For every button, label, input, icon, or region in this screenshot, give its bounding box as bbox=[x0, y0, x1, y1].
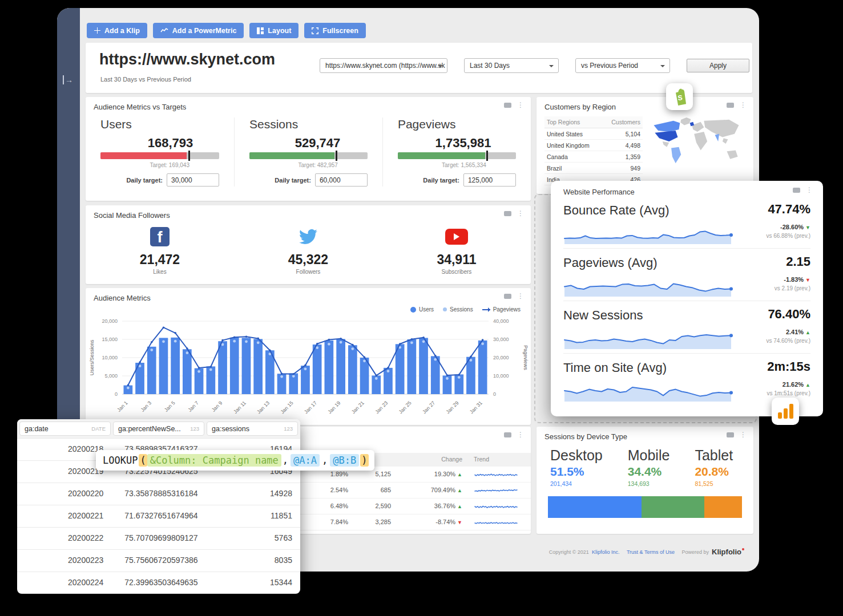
svg-text:Jan 23: Jan 23 bbox=[374, 400, 389, 415]
target-label: Target: 169,043 bbox=[100, 162, 219, 168]
kebab-menu-icon[interactable]: ⋮ bbox=[517, 211, 524, 216]
table-row: 2020022472.3996350364963515344 bbox=[17, 572, 300, 594]
shopify-badge: S bbox=[666, 83, 693, 110]
kebab-menu-icon[interactable]: ⋮ bbox=[740, 432, 747, 437]
svg-text:Jan 3: Jan 3 bbox=[140, 400, 153, 413]
copyright-text: Copyright © 2021 bbox=[549, 549, 589, 555]
svg-text:Jan 11: Jan 11 bbox=[232, 400, 247, 415]
comment-icon[interactable] bbox=[793, 188, 800, 193]
kpi-previous: vs 74.60% (prev.) bbox=[766, 338, 810, 344]
region-row: Canada1,359 bbox=[544, 151, 643, 163]
fullscreen-label: Fullscreen bbox=[322, 27, 358, 35]
svg-text:10,000: 10,000 bbox=[493, 373, 509, 379]
add-powermetric-label: Add a PowerMetric bbox=[172, 27, 237, 35]
change-direction-icon: ▼ bbox=[805, 277, 810, 283]
facebook-label: Likes bbox=[86, 269, 234, 275]
terms-link[interactable]: Trust & Terms of Use bbox=[627, 549, 675, 555]
column-ga-percentnewsessions[interactable]: ga:percentNewSe... 123 bbox=[113, 422, 204, 436]
column-type-badge: DATE bbox=[91, 425, 106, 432]
kebab-menu-icon[interactable]: ⋮ bbox=[517, 432, 524, 437]
kebab-menu-icon[interactable]: ⋮ bbox=[517, 103, 524, 108]
comment-icon[interactable] bbox=[727, 432, 734, 437]
column-ga-sessions[interactable]: ga:sessions 123 bbox=[207, 422, 298, 436]
dashboard-screenshot: → Add a Klip Add a PowerMetric Layout Fu… bbox=[0, 0, 843, 616]
users-legend-marker bbox=[410, 307, 416, 313]
twitter-stat: 45,322 Followers bbox=[234, 225, 382, 275]
analytics-bars-icon bbox=[778, 404, 793, 419]
comment-icon[interactable] bbox=[504, 294, 511, 299]
target-progress-bar bbox=[100, 152, 219, 159]
change-direction-icon: ▼ bbox=[457, 520, 462, 525]
metric-pageviews: Pageviews 1,735,981 Target: 1,565,334 Da… bbox=[382, 117, 531, 187]
metric-sessions: Sessions 529,747 Target: 482,957 Daily t… bbox=[234, 117, 382, 187]
region-row: Brazil949 bbox=[544, 163, 643, 174]
fullscreen-icon bbox=[312, 27, 318, 34]
table-row: 2020022275.707096998091275763 bbox=[17, 527, 300, 549]
comment-icon[interactable] bbox=[727, 103, 734, 108]
svg-text:Jan 17: Jan 17 bbox=[303, 400, 318, 415]
powered-by-text: Powered by bbox=[681, 549, 709, 555]
klipfolio-logo: Klipfolio bbox=[712, 548, 744, 556]
metric-users: Users 168,793 Target: 169,043 Daily targ… bbox=[86, 117, 234, 187]
daily-target-input[interactable] bbox=[315, 173, 368, 187]
mobile-stat: Mobile 34.4% 134,693 bbox=[628, 447, 670, 487]
column-type-badge: 123 bbox=[284, 425, 293, 432]
add-klip-button[interactable]: Add a Klip bbox=[87, 23, 147, 38]
regions-table: Top Regions Customers United States5,104… bbox=[544, 116, 643, 185]
trend-sparkline bbox=[474, 517, 521, 528]
svg-text:Jan 21: Jan 21 bbox=[350, 400, 365, 415]
customers-table-body: United States5,104United Kingdom4,498Can… bbox=[544, 128, 643, 185]
svg-text:Jan 25: Jan 25 bbox=[398, 400, 413, 415]
device-bar-seg-2 bbox=[704, 496, 742, 518]
daily-target-label: Daily target: bbox=[423, 177, 459, 184]
tablet-count: 81,525 bbox=[695, 480, 733, 487]
tablet-label: Tablet bbox=[695, 447, 733, 464]
kebab-menu-icon[interactable]: ⋮ bbox=[806, 188, 813, 193]
table-row: 2020022073.3587888531618414928 bbox=[17, 483, 300, 505]
data-table-header: ga:date DATE ga:percentNewSe... 123 ga:s… bbox=[17, 419, 300, 438]
kebab-menu-icon[interactable]: ⋮ bbox=[740, 103, 747, 108]
column-ga-date[interactable]: ga:date DATE bbox=[19, 422, 111, 436]
formula-token: @B:B bbox=[330, 454, 359, 467]
comment-icon[interactable] bbox=[504, 103, 511, 108]
col-change: Change bbox=[400, 456, 462, 463]
svg-text:Jan 15: Jan 15 bbox=[280, 400, 295, 415]
svg-text:20,000: 20,000 bbox=[102, 318, 118, 324]
comment-icon[interactable] bbox=[504, 432, 511, 437]
apply-button[interactable]: Apply bbox=[687, 59, 749, 72]
svg-text:30,000: 30,000 bbox=[493, 337, 509, 342]
daily-target-input[interactable] bbox=[463, 173, 516, 187]
column-type-badge: 123 bbox=[190, 425, 199, 432]
sidebar-expand-icon[interactable]: → bbox=[63, 75, 73, 84]
panel-title: Social Media Followers bbox=[94, 211, 170, 220]
svg-text:Jan 9: Jan 9 bbox=[211, 400, 224, 413]
svg-text:Jan 19: Jan 19 bbox=[326, 400, 341, 415]
url-select[interactable]: https://www.skynet.com (https://www.sk bbox=[320, 58, 447, 73]
company-link[interactable]: Klipfolio Inc. bbox=[592, 549, 620, 555]
table-row: 2020022375.756067205973868035 bbox=[17, 549, 300, 572]
youtube-icon bbox=[445, 229, 468, 245]
kebab-menu-icon[interactable]: ⋮ bbox=[517, 294, 524, 299]
facebook-count: 21,472 bbox=[86, 252, 234, 268]
comment-icon[interactable] bbox=[504, 211, 511, 216]
kpi-sparkline bbox=[563, 224, 735, 245]
layout-button[interactable]: Layout bbox=[249, 23, 299, 38]
col-customers: Customers bbox=[602, 116, 643, 128]
powermetric-icon bbox=[160, 27, 168, 34]
add-powermetric-button[interactable]: Add a PowerMetric bbox=[153, 23, 244, 38]
layout-label: Layout bbox=[268, 27, 291, 35]
metric-value: 168,793 bbox=[100, 136, 193, 151]
compare-select[interactable]: vs Previous Period bbox=[575, 58, 670, 73]
panel-audience-metrics: Audience Metrics ⋮ Users Sessions Pagevi… bbox=[86, 288, 531, 425]
kpi-label: Pageviews (Avg) bbox=[563, 256, 658, 270]
col-top-regions: Top Regions bbox=[544, 116, 602, 128]
formula-token: ) bbox=[360, 454, 368, 467]
fullscreen-button[interactable]: Fullscreen bbox=[304, 23, 366, 38]
panel-title: Customers by Region bbox=[544, 103, 616, 111]
target-label: Target: 1,565,334 bbox=[398, 162, 516, 168]
target-label: Target: 482,957 bbox=[249, 162, 368, 168]
daily-target-input[interactable] bbox=[167, 173, 219, 187]
period-select[interactable]: Last 30 Days bbox=[464, 58, 559, 73]
panel-title: Sessions by Device Type bbox=[544, 432, 627, 441]
change-direction-icon: ▲ bbox=[457, 504, 462, 509]
